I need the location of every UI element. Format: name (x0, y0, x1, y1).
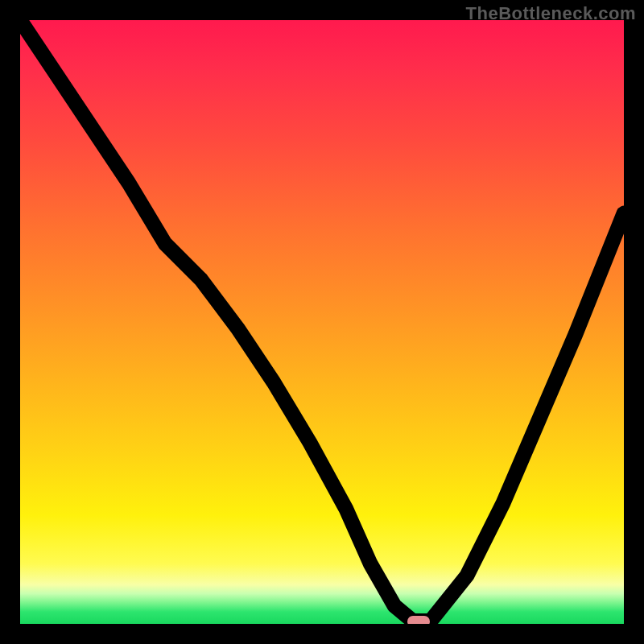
chart-frame: TheBottleneck.com (0, 0, 644, 644)
plot-area (20, 20, 624, 624)
curve-svg (20, 20, 624, 624)
optimum-marker (407, 616, 430, 624)
watermark-text: TheBottleneck.com (466, 3, 636, 24)
bottleneck-curve (20, 20, 624, 621)
